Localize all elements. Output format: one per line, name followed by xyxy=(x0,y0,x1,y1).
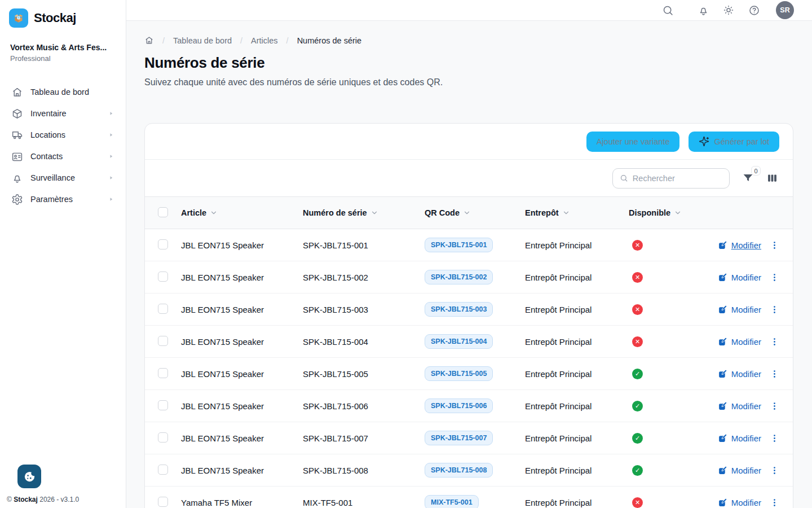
row-menu-button[interactable] xyxy=(770,369,779,379)
availability-status-icon: ✕ xyxy=(632,497,643,508)
column-header-article[interactable]: Article xyxy=(181,208,303,217)
row-menu-button[interactable] xyxy=(770,401,779,411)
serial-number: SPK-JBL715-004 xyxy=(303,337,425,347)
table-search xyxy=(612,168,730,189)
row-menu-button[interactable] xyxy=(770,240,779,250)
row-checkbox[interactable] xyxy=(158,400,168,410)
article-name: Yamaha TF5 Mixer xyxy=(181,498,303,507)
row-menu-button[interactable] xyxy=(770,466,779,475)
qr-code-chip[interactable]: SPK-JBL715-007 xyxy=(425,431,493,445)
breadcrumb-item-dashboard[interactable]: Tableau de bord xyxy=(173,36,232,45)
breadcrumb-item-articles[interactable]: Articles xyxy=(251,36,278,45)
edit-button[interactable]: Modifier xyxy=(718,273,761,282)
edit-button[interactable]: Modifier xyxy=(718,401,761,411)
chevron-right-icon xyxy=(108,110,114,117)
availability-status-icon: ✕ xyxy=(632,336,643,347)
search-input[interactable] xyxy=(633,174,722,183)
edit-button[interactable]: Modifier xyxy=(718,498,761,507)
edit-button[interactable]: Modifier xyxy=(718,466,761,475)
organization-name: Vortex Music & Arts Fes... xyxy=(10,43,117,52)
row-menu-button[interactable] xyxy=(770,305,779,314)
kebab-menu-icon xyxy=(770,240,779,250)
batch-generate-button[interactable]: Générer par lot xyxy=(689,132,779,152)
serial-number: SPK-JBL715-006 xyxy=(303,401,425,411)
table-toolbar: 0 xyxy=(145,160,793,197)
table-row: JBL EON715 Speaker SPK-JBL715-006 SPK-JB… xyxy=(145,390,793,422)
qr-code-chip[interactable]: SPK-JBL715-004 xyxy=(425,334,493,349)
sidebar-item-label: Inventaire xyxy=(30,109,67,118)
chevron-right-icon xyxy=(108,153,114,160)
article-name: JBL EON715 Speaker xyxy=(181,369,303,379)
serial-number: SPK-JBL715-008 xyxy=(303,466,425,475)
filter-button[interactable]: 0 xyxy=(742,172,754,184)
user-avatar[interactable]: SR xyxy=(776,1,794,19)
edit-button[interactable]: Modifier xyxy=(718,369,761,379)
qr-code-chip[interactable]: SPK-JBL715-001 xyxy=(425,238,493,252)
sidebar-item-inventaire[interactable]: Inventaire xyxy=(9,103,117,124)
availability-status-icon: ✓ xyxy=(632,401,643,411)
availability-status-icon: ✓ xyxy=(632,369,643,379)
column-header-warehouse[interactable]: Entrepôt xyxy=(525,208,629,217)
global-search-button[interactable] xyxy=(657,0,678,20)
sidebar-item-surveillance[interactable]: Surveillance xyxy=(9,167,117,189)
sidebar-footer: © Stockaj 2026 - v3.1.0 xyxy=(0,465,126,508)
breadcrumb-separator: / xyxy=(286,36,289,45)
edit-button[interactable]: Modifier xyxy=(718,305,761,314)
row-menu-button[interactable] xyxy=(770,498,779,507)
cube-icon xyxy=(11,108,23,120)
theme-toggle-button[interactable] xyxy=(718,0,739,20)
qr-code-chip[interactable]: SPK-JBL715-003 xyxy=(425,302,493,317)
serial-number: SPK-JBL715-001 xyxy=(303,240,425,250)
breadcrumb: / Tableau de bord / Articles / Numéros d… xyxy=(144,36,793,45)
table-row: JBL EON715 Speaker SPK-JBL715-002 SPK-JB… xyxy=(145,261,793,294)
sidebar-item-contacts[interactable]: Contacts xyxy=(9,146,117,167)
columns-button[interactable] xyxy=(766,172,778,184)
row-checkbox[interactable] xyxy=(158,465,168,475)
cookie-icon xyxy=(23,470,36,483)
stockaj-logo-icon: S xyxy=(9,8,28,28)
qr-code-chip[interactable]: SPK-JBL715-006 xyxy=(425,398,493,413)
serial-number: SPK-JBL715-007 xyxy=(303,433,425,443)
edit-button[interactable]: Modifier xyxy=(718,337,761,347)
kebab-menu-icon xyxy=(770,305,779,314)
row-checkbox[interactable] xyxy=(158,336,168,346)
row-menu-button[interactable] xyxy=(770,433,779,443)
help-button[interactable] xyxy=(744,0,764,20)
breadcrumb-home-icon[interactable] xyxy=(144,36,154,45)
row-checkbox[interactable] xyxy=(158,368,168,378)
column-header-qrcode[interactable]: QR Code xyxy=(425,208,525,217)
sidebar-item-locations[interactable]: Locations xyxy=(9,124,117,146)
row-checkbox[interactable] xyxy=(158,271,168,282)
column-header-available[interactable]: Disponible xyxy=(629,208,687,217)
qr-code-chip[interactable]: SPK-JBL715-005 xyxy=(425,366,493,381)
select-all-checkbox[interactable] xyxy=(158,207,168,217)
bell-icon xyxy=(11,172,23,184)
warehouse-name: Entrepôt Principal xyxy=(525,466,629,475)
sidebar-item-parametres[interactable]: Paramètres xyxy=(9,189,117,210)
edit-button[interactable]: Modifier xyxy=(718,240,761,250)
cookie-settings-button[interactable] xyxy=(17,465,41,488)
chevron-down-icon xyxy=(674,209,682,217)
qr-code-chip[interactable]: MIX-TF5-001 xyxy=(425,495,479,508)
qr-code-chip[interactable]: SPK-JBL715-008 xyxy=(425,463,493,478)
brand[interactable]: S Stockaj xyxy=(9,8,117,28)
id-card-icon xyxy=(11,151,23,163)
edit-button[interactable]: Modifier xyxy=(718,433,761,443)
row-checkbox[interactable] xyxy=(158,304,168,314)
notifications-button[interactable] xyxy=(693,0,713,20)
article-name: JBL EON715 Speaker xyxy=(181,466,303,475)
qr-code-chip[interactable]: SPK-JBL715-002 xyxy=(425,270,493,284)
column-header-serial[interactable]: Numéro de série xyxy=(303,208,425,217)
row-menu-button[interactable] xyxy=(770,337,779,347)
sidebar-item-tableau-de-bord[interactable]: Tableau de bord xyxy=(9,81,117,103)
chevron-down-icon xyxy=(562,209,570,217)
row-checkbox[interactable] xyxy=(158,239,168,249)
article-name: JBL EON715 Speaker xyxy=(181,240,303,250)
kebab-menu-icon xyxy=(770,401,779,411)
filter-count-badge: 0 xyxy=(751,166,761,176)
table-row: JBL EON715 Speaker SPK-JBL715-004 SPK-JB… xyxy=(145,326,793,358)
row-menu-button[interactable] xyxy=(770,273,779,282)
add-variant-button[interactable]: Ajouter une variante xyxy=(586,132,680,152)
row-checkbox[interactable] xyxy=(158,432,168,443)
row-checkbox[interactable] xyxy=(158,497,168,507)
